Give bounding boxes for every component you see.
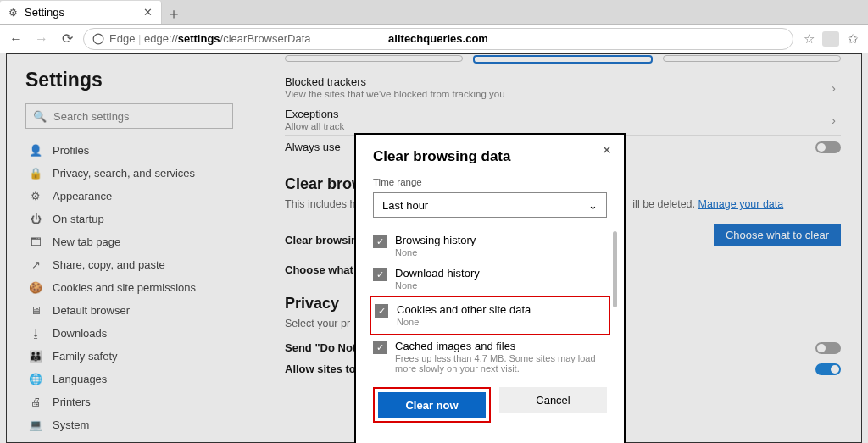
favorite-icon[interactable]: ☆ xyxy=(800,31,817,47)
sidebar-item-label: Family safety xyxy=(53,350,118,363)
checkbox-checked-icon[interactable]: ✓ xyxy=(373,341,387,354)
payment-toggle[interactable] xyxy=(815,363,841,375)
sidebar-item-icon: 👤 xyxy=(29,144,42,157)
tracking-card-balanced[interactable] xyxy=(473,55,653,64)
exceptions-row[interactable]: Exceptions Allow all track › xyxy=(285,102,841,135)
sidebar-item-label: On startup xyxy=(53,213,104,225)
time-range-select[interactable]: Last hour ⌄ xyxy=(373,192,607,218)
annotation-highlight-cookies: ✓ Cookies and other site data None xyxy=(370,296,610,335)
manage-data-link[interactable]: Manage your data xyxy=(698,198,783,210)
browser-tab[interactable]: ⚙ Settings ✕ xyxy=(0,1,162,24)
sidebar-item-icon: 🔒 xyxy=(29,167,42,180)
address-text: Edge | edge://settings/clearBrowserData xyxy=(109,32,311,45)
sidebar-item-icon: 💻 xyxy=(29,418,42,431)
time-range-label: Time range xyxy=(373,177,607,187)
sidebar-item-label: Default browser xyxy=(53,304,130,317)
clear-browsing-dialog: ✕ Clear browsing data Time range Last ho… xyxy=(354,133,626,443)
gear-icon: ⚙ xyxy=(8,7,18,19)
sidebar-item-label: Cookies and site permissions xyxy=(53,281,196,294)
sidebar-item-icon: 🖥 xyxy=(29,304,42,317)
sidebar-item-default-browser[interactable]: 🖥Default browser xyxy=(25,299,233,322)
clear-now-button[interactable]: Clear now xyxy=(378,392,486,418)
tab-bar: ⚙ Settings ✕ ＋ xyxy=(0,0,868,25)
sidebar-item-icon: ↗ xyxy=(29,258,42,271)
dnt-toggle[interactable] xyxy=(815,342,841,354)
edge-icon xyxy=(92,33,104,45)
sidebar-item-label: Share, copy, and paste xyxy=(53,258,165,271)
sidebar-item-label: Printers xyxy=(53,396,91,408)
sidebar-item-languages[interactable]: 🌐Languages xyxy=(25,368,233,390)
sidebar-item-icon: 🖨 xyxy=(29,396,42,408)
option-cookies[interactable]: ✓ Cookies and other site data None xyxy=(375,299,605,332)
option-browsing-history[interactable]: ✓ Browsing history None xyxy=(373,230,607,263)
chevron-right-icon: › xyxy=(832,113,841,127)
navigation-bar: ← → ⟳ Edge | edge://settings/clearBrowse… xyxy=(0,25,868,53)
sidebar-item-printers[interactable]: 🖨Printers xyxy=(25,390,233,413)
sidebar-item-icon: 🌐 xyxy=(29,373,42,385)
checkbox-checked-icon[interactable]: ✓ xyxy=(373,268,387,281)
dialog-close-icon[interactable]: ✕ xyxy=(602,143,612,157)
sidebar-item-icon: 🗔 xyxy=(29,235,42,248)
option-download-history[interactable]: ✓ Download history None xyxy=(373,263,607,296)
search-settings-input[interactable]: 🔍 Search settings xyxy=(25,103,233,129)
sidebar-item-privacy-search-and-services[interactable]: 🔒Privacy, search, and services xyxy=(25,162,233,185)
sidebar-item-icon: ⭳ xyxy=(29,327,42,340)
favorites-bar-icon[interactable]: ✩ xyxy=(844,31,861,47)
sidebar-item-label: Downloads xyxy=(53,327,107,340)
sidebar-item-label: Languages xyxy=(53,373,107,385)
sidebar-item-on-startup[interactable]: ⏻On startup xyxy=(25,208,233,230)
tracking-card-basic[interactable] xyxy=(285,55,463,62)
watermark-text: alltechqueries.com xyxy=(388,32,488,45)
always-strict-toggle[interactable] xyxy=(815,141,841,153)
address-bar[interactable]: Edge | edge://settings/clearBrowserData … xyxy=(83,28,793,50)
sidebar-item-new-tab-page[interactable]: 🗔New tab page xyxy=(25,230,233,253)
sidebar-item-label: New tab page xyxy=(53,235,120,248)
cancel-button[interactable]: Cancel xyxy=(499,387,607,413)
sidebar-item-icon: ⚙ xyxy=(29,190,42,202)
annotation-highlight-clear: Clear now xyxy=(373,387,491,423)
clear-browsing-sub: Clear browsing xyxy=(285,234,364,246)
sidebar-item-label: Profiles xyxy=(53,144,89,157)
chevron-down-icon: ⌄ xyxy=(588,199,598,212)
sidebar-item-appearance[interactable]: ⚙Appearance xyxy=(25,185,233,208)
dialog-title: Clear browsing data xyxy=(373,148,607,165)
sidebar-item-profiles[interactable]: 👤Profiles xyxy=(25,139,233,162)
dialog-scrollbar[interactable] xyxy=(613,231,617,307)
search-icon: 🔍 xyxy=(33,110,47,123)
checkbox-checked-icon[interactable]: ✓ xyxy=(375,304,388,318)
sidebar-item-share-copy-and-paste[interactable]: ↗Share, copy, and paste xyxy=(25,253,233,276)
sidebar-item-icon: 👪 xyxy=(29,350,42,363)
blocked-trackers-row[interactable]: Blocked trackers View the sites that we'… xyxy=(285,70,841,102)
sidebar-item-family-safety[interactable]: 👪Family safety xyxy=(25,345,233,368)
chevron-right-icon: › xyxy=(832,80,841,95)
sidebar-item-icon: ⏻ xyxy=(29,213,42,225)
back-button[interactable]: ← xyxy=(7,31,25,47)
forward-button[interactable]: → xyxy=(32,31,51,47)
sidebar-item-icon: 🍪 xyxy=(29,281,42,294)
tab-title: Settings xyxy=(25,6,64,19)
sidebar-item-system[interactable]: 💻System xyxy=(25,413,233,436)
new-tab-button[interactable]: ＋ xyxy=(162,3,186,24)
shield-icon[interactable]: ▮ xyxy=(822,31,839,47)
sidebar-title: Settings xyxy=(25,69,233,91)
choose-clear-button[interactable]: Choose what to clear xyxy=(714,224,841,246)
sidebar-item-label: System xyxy=(53,418,89,431)
sidebar-item-downloads[interactable]: ⭳Downloads xyxy=(25,322,233,345)
sidebar-item-cookies-and-site-permissions[interactable]: 🍪Cookies and site permissions xyxy=(25,276,233,299)
tracking-card-strict[interactable] xyxy=(663,55,841,62)
sidebar-item-label: Privacy, search, and services xyxy=(53,167,195,180)
option-cached[interactable]: ✓ Cached images and files Frees up less … xyxy=(373,335,607,379)
refresh-button[interactable]: ⟳ xyxy=(58,30,76,47)
settings-sidebar: Settings 🔍 Search settings 👤Profiles🔒Pri… xyxy=(25,69,233,436)
close-icon[interactable]: ✕ xyxy=(143,6,153,19)
sidebar-item-label: Appearance xyxy=(53,190,112,202)
checkbox-checked-icon[interactable]: ✓ xyxy=(373,235,387,248)
svg-point-0 xyxy=(93,34,103,44)
